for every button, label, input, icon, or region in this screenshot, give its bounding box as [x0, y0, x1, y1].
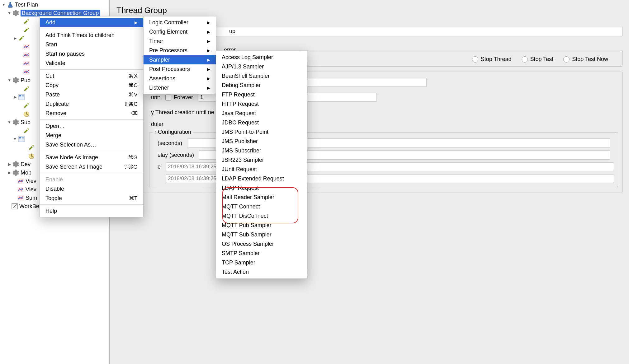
- menu-item-label: AJP/1.3 Sampler: [222, 63, 301, 70]
- menu-item-sampler-debug-sampler[interactable]: Debug Sampler: [216, 81, 307, 90]
- menu-item-start[interactable]: Start: [40, 40, 143, 49]
- chevron-down-icon[interactable]: ▼: [7, 11, 12, 16]
- menu-item-toggle[interactable]: Toggle⌘T: [40, 194, 143, 203]
- menu-item-sampler-os-process-sampler[interactable]: OS Process Sampler: [216, 239, 307, 249]
- start-time-label: e: [158, 164, 161, 170]
- menu-item-label: LDAP Extended Request: [222, 175, 301, 182]
- menu-item-post-processors[interactable]: Post Processors▶: [144, 64, 216, 74]
- menu-item-timer[interactable]: Timer▶: [144, 36, 216, 46]
- chevron-down-icon[interactable]: ▼: [7, 78, 12, 83]
- menu-item-label: MQTT DisConnect: [222, 213, 301, 219]
- graph-icon: [23, 60, 30, 67]
- menu-item-label: JMS Point-to-Point: [222, 129, 301, 135]
- menu-item-sampler-jdbc-request[interactable]: JDBC Request: [216, 118, 307, 127]
- menu-item-sampler[interactable]: Sampler▶: [144, 55, 216, 64]
- menu-item-remove[interactable]: Remove⌫: [40, 109, 143, 118]
- workbench-icon: [11, 203, 18, 210]
- gear-icon: [12, 10, 19, 16]
- chevron-down-icon[interactable]: ▼: [7, 120, 12, 125]
- menu-item-logic-controller[interactable]: Logic Controller▶: [144, 18, 216, 27]
- context-menu[interactable]: Add▶ Add Think Times to children Start S…: [40, 16, 144, 217]
- menu-item-sampler-junit-request[interactable]: JUnit Request: [216, 165, 307, 174]
- menu-item-cut[interactable]: Cut⌘X: [40, 71, 143, 81]
- graph-icon: [23, 68, 30, 75]
- tree-node-test-plan[interactable]: ▼ Test Plan: [0, 0, 109, 9]
- menu-item-sampler-mqtt-pub-sampler[interactable]: MQTT Pub Sampler: [216, 221, 307, 230]
- menu-item-sampler-mqtt-connect[interactable]: MQTT Connect: [216, 202, 307, 211]
- menu-item-save-node-image[interactable]: Save Node As Image⌘G: [40, 153, 143, 162]
- chevron-down-icon[interactable]: ▼: [12, 137, 17, 142]
- menu-item-open[interactable]: Open…: [40, 121, 143, 131]
- chevron-right-icon[interactable]: ▶: [12, 95, 17, 100]
- duration-label: (seconds): [158, 140, 182, 147]
- forever-checkbox[interactable]: Forever: [165, 94, 193, 101]
- menu-item-config-element[interactable]: Config Element▶: [144, 27, 216, 36]
- menu-item-sampler-ldap-extended-request[interactable]: LDAP Extended Request: [216, 174, 307, 183]
- menu-item-sampler-mqtt-disconnect[interactable]: MQTT DisConnect: [216, 211, 307, 221]
- menu-item-label: Debug Sampler: [222, 82, 301, 89]
- page-title: Thread Group: [116, 6, 627, 15]
- chevron-right-icon[interactable]: ▶: [7, 162, 12, 167]
- menu-item-merge[interactable]: Merge: [40, 131, 143, 140]
- menu-item-sampler-access-log-sampler[interactable]: Access Log Sampler: [216, 53, 307, 62]
- menu-item-help[interactable]: Help: [40, 206, 143, 216]
- menu-item-sampler-ftp-request[interactable]: FTP Request: [216, 90, 307, 99]
- menu-item-think-times[interactable]: Add Think Times to children: [40, 30, 143, 40]
- menu-item-copy[interactable]: Copy⌘C: [40, 81, 143, 90]
- radio-stop-thread[interactable]: Stop Thread: [472, 56, 512, 63]
- menu-item-add[interactable]: Add▶: [40, 18, 143, 27]
- menu-item-save-selection[interactable]: Save Selection As…: [40, 140, 143, 149]
- tree-label: Sub: [21, 119, 31, 126]
- menu-item-assertions[interactable]: Assertions▶: [144, 74, 216, 83]
- menu-item-sampler-beanshell-sampler[interactable]: BeanShell Sampler: [216, 71, 307, 81]
- menu-item-sampler-http-request[interactable]: HTTP Request: [216, 99, 307, 109]
- sampler-submenu[interactable]: Access Log SamplerAJP/1.3 SamplerBeanShe…: [216, 50, 307, 279]
- menu-item-sampler-jms-publisher[interactable]: JMS Publisher: [216, 137, 307, 146]
- menu-item-duplicate[interactable]: Duplicate⇧⌘C: [40, 99, 143, 109]
- loop-label: unt:: [151, 94, 160, 101]
- menu-item-disable[interactable]: Disable: [40, 184, 143, 194]
- chevron-right-icon[interactable]: ▶: [7, 170, 12, 175]
- graph-icon: [17, 194, 24, 201]
- add-submenu[interactable]: Logic Controller▶ Config Element▶ Timer▶…: [143, 16, 216, 94]
- menu-item-sampler-ajp-1-3-sampler[interactable]: AJP/1.3 Sampler: [216, 62, 307, 71]
- scheduler-label: duler: [151, 121, 163, 128]
- svg-rect-8: [18, 136, 25, 142]
- menu-item-pre-processors[interactable]: Pre Processors▶: [144, 46, 216, 55]
- menu-item-sampler-tcp-sampler[interactable]: TCP Sampler: [216, 258, 307, 267]
- tree-node-bg-connection-group[interactable]: ▼ Background Connection Group: [0, 9, 109, 17]
- menu-item-sampler-jms-subscriber[interactable]: JMS Subscriber: [216, 146, 307, 155]
- eyedropper-icon: [18, 35, 25, 42]
- menu-separator: [40, 151, 143, 151]
- menu-item-validate[interactable]: Validate: [40, 58, 143, 68]
- radio-stop-test-now[interactable]: Stop Test Now: [563, 56, 608, 63]
- menu-item-sampler-jms-point-to-point[interactable]: JMS Point-to-Point: [216, 127, 307, 137]
- group-legend: r Configuration: [153, 129, 193, 135]
- timer-icon: [28, 152, 35, 159]
- app-root: ▼ Test Plan ▼ Background Connection Grou…: [0, 0, 629, 364]
- menu-item-listener[interactable]: Listener▶: [144, 83, 216, 92]
- menu-item-label: JMS Subscriber: [222, 147, 301, 154]
- menu-item-paste[interactable]: Paste⌘V: [40, 90, 143, 99]
- menu-item-sampler-ldap-request[interactable]: LDAP Request: [216, 183, 307, 193]
- menu-item-sampler-test-action[interactable]: Test Action: [216, 267, 307, 277]
- menu-item-sampler-mail-reader-sampler[interactable]: Mail Reader Sampler: [216, 193, 307, 202]
- delete-icon: ⌫: [131, 110, 138, 116]
- graph-icon: [17, 186, 24, 193]
- chevron-right-icon[interactable]: ▶: [12, 36, 17, 41]
- chevron-right-icon: ▶: [207, 30, 210, 34]
- menu-item-enable: Enable: [40, 175, 143, 184]
- menu-item-sampler-jsr223-sampler[interactable]: JSR223 Sampler: [216, 155, 307, 165]
- svg-rect-5: [19, 95, 21, 96]
- menu-item-start-no-pauses[interactable]: Start no pauses: [40, 49, 143, 58]
- menu-item-save-screen-image[interactable]: Save Screen As Image⇧⌘G: [40, 162, 143, 171]
- radio-stop-test[interactable]: Stop Test: [522, 56, 554, 63]
- menu-item-sampler-mqtt-sub-sampler[interactable]: MQTT Sub Sampler: [216, 230, 307, 239]
- menu-item-label: LDAP Request: [222, 185, 301, 191]
- generic-icon: [18, 136, 25, 142]
- menu-item-label: Mail Reader Sampler: [222, 194, 301, 201]
- menu-item-sampler-smtp-sampler[interactable]: SMTP Sampler: [216, 249, 307, 258]
- chevron-down-icon[interactable]: ▼: [1, 2, 6, 7]
- chevron-right-icon: ▶: [207, 58, 210, 62]
- menu-item-sampler-java-request[interactable]: Java Request: [216, 109, 307, 118]
